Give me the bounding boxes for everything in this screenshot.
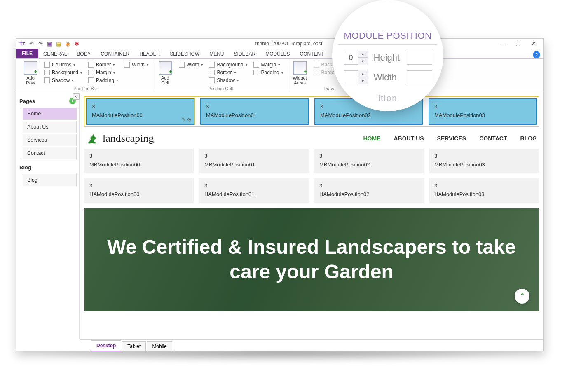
firefox-icon[interactable]: ◉: [64, 40, 71, 47]
width-label: Width: [374, 72, 401, 83]
tab-container[interactable]: CONTAINER: [96, 49, 134, 58]
nav-home[interactable]: HOME: [363, 135, 380, 142]
tab-body[interactable]: BODY: [72, 49, 96, 58]
cell-padding-button[interactable]: Padding: [253, 69, 284, 76]
preview-navlinks: HOME ABOUT US SERVICES CONTACT BLOG: [363, 135, 537, 142]
module-position[interactable]: 3MBModulePosition00: [84, 149, 194, 173]
nav-about[interactable]: ABOUT US: [394, 135, 424, 142]
add-row-button[interactable]: Add Row: [22, 61, 39, 85]
sidebar: < Pages + Home About Us Services Contact…: [16, 94, 80, 339]
width-button[interactable]: Width: [123, 61, 150, 68]
cell-border-button[interactable]: Border: [208, 69, 248, 76]
module-position[interactable]: 3HAModulePosition03: [429, 178, 539, 203]
callout-cut-text: ition: [378, 94, 398, 103]
viewport-tablet[interactable]: Tablet: [122, 341, 146, 351]
joomla-icon[interactable]: ✱: [73, 40, 80, 47]
viewport-tabs: Desktop Tablet Mobile: [80, 339, 543, 351]
help-icon[interactable]: ?: [533, 51, 540, 58]
columns-button[interactable]: Columns: [43, 61, 83, 68]
pages-header: Pages +: [19, 96, 77, 107]
page-item-home[interactable]: Home: [23, 108, 77, 120]
spin-down-icon[interactable]: ▼: [358, 77, 368, 84]
text-size-icon[interactable]: TT: [19, 40, 26, 47]
border-button[interactable]: Border: [87, 61, 119, 68]
tab-content[interactable]: CONTENT: [295, 49, 329, 58]
blog-header: Blog: [19, 163, 77, 173]
spin-up-icon[interactable]: ▲: [358, 70, 368, 77]
spinner-value[interactable]: [344, 54, 358, 62]
tab-header[interactable]: HEADER: [134, 49, 165, 58]
collapse-sidebar-button[interactable]: <: [73, 93, 80, 100]
callout-title: MODULE POSITION: [338, 29, 438, 45]
module-position[interactable]: 3MBModulePosition01: [199, 149, 309, 173]
nav-blog[interactable]: BLOG: [520, 135, 537, 142]
width-input[interactable]: [407, 70, 432, 84]
close-button[interactable]: ✕: [529, 40, 539, 47]
module-row-b[interactable]: 3MBModulePosition00 3MBModulePosition01 …: [84, 149, 539, 173]
module-position-callout: MODULE POSITION ▲▼ Height ▲▼ Width ition: [332, 0, 443, 111]
viewport-desktop[interactable]: Desktop: [91, 340, 121, 351]
cell-margin-button[interactable]: Margin: [253, 61, 284, 68]
save-icon[interactable]: ▣: [46, 40, 53, 47]
module-position[interactable]: 3HAModulePosition02: [314, 178, 424, 203]
tab-general[interactable]: GENERAL: [38, 49, 72, 58]
module-position[interactable]: 3HAModulePosition01: [199, 178, 309, 203]
minimize-button[interactable]: —: [497, 40, 507, 47]
tab-slideshow[interactable]: SLIDESHOW: [165, 49, 204, 58]
tab-file[interactable]: FILE: [16, 49, 38, 58]
shadow-button[interactable]: Shadow: [43, 77, 83, 84]
margin-button[interactable]: Margin: [87, 69, 119, 76]
module-position[interactable]: 3MAModulePosition00: [86, 98, 194, 125]
page-item-contact[interactable]: Contact: [23, 147, 77, 159]
module-row-a[interactable]: 3MAModulePosition00 3MAModulePosition01 …: [84, 97, 539, 126]
app-window: TT ↶ ↷ ▣ ▤ ◉ ✱ theme--200201-TemplateToa…: [16, 38, 544, 351]
leaf-icon: [86, 133, 100, 144]
undo-icon[interactable]: ↶: [28, 40, 35, 47]
tab-modules[interactable]: MODULES: [260, 49, 295, 58]
hero-headline: We Certified & Insured Landscapers to ta…: [84, 235, 539, 284]
open-icon[interactable]: ▤: [55, 40, 62, 47]
page-item-services[interactable]: Services: [23, 134, 77, 146]
page-item-blog[interactable]: Blog: [23, 174, 77, 186]
redo-icon[interactable]: ↷: [37, 40, 44, 47]
tab-menu[interactable]: MENU: [204, 49, 229, 58]
module-position[interactable]: 3MAModulePosition01: [200, 98, 309, 125]
cell-shadow-button[interactable]: Shadow: [208, 77, 248, 84]
spinner-control[interactable]: ▲▼: [344, 70, 368, 84]
maximize-button[interactable]: ▢: [513, 40, 523, 47]
group-label: Position Bar: [22, 85, 150, 92]
brand: landscaping: [86, 132, 154, 145]
module-row-h[interactable]: 3HAModulePosition00 3HAModulePosition01 …: [84, 178, 539, 203]
module-position[interactable]: 3HAModulePosition00: [84, 178, 194, 203]
widget-areas-button[interactable]: Widget Areas: [291, 61, 309, 85]
spinner-control[interactable]: ▲▼: [344, 51, 368, 65]
nav-services[interactable]: SERVICES: [437, 135, 466, 142]
group-label: Position Cell: [157, 85, 284, 92]
add-cell-button[interactable]: Add Cell: [157, 61, 174, 85]
nav-contact[interactable]: CONTACT: [479, 135, 507, 142]
module-position[interactable]: 3MBModulePosition02: [314, 149, 424, 173]
height-input[interactable]: [407, 51, 432, 65]
tab-sidebar[interactable]: SIDEBAR: [229, 49, 261, 58]
brand-text: landscaping: [103, 132, 154, 145]
ribbon: Add Row Columns Background Shadow Border…: [16, 58, 543, 92]
module-position[interactable]: 3MAModulePosition03: [429, 98, 537, 125]
design-canvas[interactable]: 3MAModulePosition00 3MAModulePosition01 …: [80, 94, 543, 339]
window-shadow: [16, 351, 544, 363]
group-position-bar: Add Row Columns Background Shadow Border…: [19, 60, 153, 92]
cell-width-button[interactable]: Width: [178, 61, 204, 68]
group-position-cell: Add Cell Width Background Border Shadow …: [153, 60, 288, 92]
scroll-top-button[interactable]: ⌃: [515, 289, 529, 304]
page-item-about[interactable]: About Us: [23, 121, 77, 133]
cell-background-button[interactable]: Background: [208, 61, 248, 68]
padding-button[interactable]: Padding: [87, 77, 119, 84]
background-button[interactable]: Background: [43, 69, 83, 76]
viewport-mobile[interactable]: Mobile: [147, 341, 172, 351]
ribbon-tabs: FILE GENERAL BODY CONTAINER HEADER SLIDE…: [16, 49, 543, 58]
spin-up-icon[interactable]: ▲: [358, 51, 368, 58]
spin-down-icon[interactable]: ▼: [358, 58, 368, 65]
module-position[interactable]: 3MBModulePosition03: [429, 149, 539, 173]
spinner-value[interactable]: [344, 73, 358, 82]
hero-section[interactable]: We Certified & Insured Landscapers to ta…: [84, 208, 539, 311]
preview-navbar: landscaping HOME ABOUT US SERVICES CONTA…: [84, 130, 539, 149]
